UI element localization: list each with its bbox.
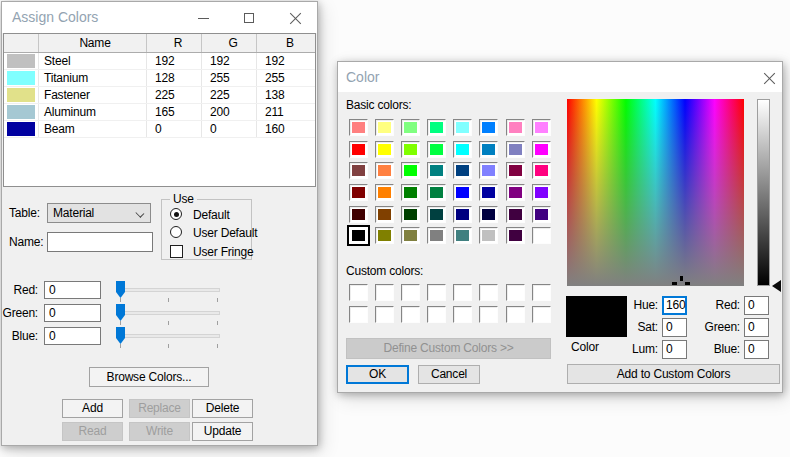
- header-swatch[interactable]: [4, 34, 39, 52]
- custom-color-swatch[interactable]: [479, 284, 498, 301]
- basic-color-swatch[interactable]: [427, 184, 446, 201]
- blue-slider-track[interactable]: [117, 334, 220, 338]
- checkbox-user-fringe-icon[interactable]: [170, 245, 183, 258]
- delete-button[interactable]: Delete: [192, 399, 253, 418]
- basic-color-swatch[interactable]: [506, 184, 525, 201]
- basic-color-swatch[interactable]: [453, 184, 472, 201]
- custom-color-swatch[interactable]: [375, 306, 394, 323]
- basic-color-swatch[interactable]: [375, 184, 394, 201]
- basic-color-swatch[interactable]: [453, 227, 472, 244]
- custom-color-swatch[interactable]: [453, 306, 472, 323]
- update-button[interactable]: Update: [192, 422, 253, 441]
- red-field-input[interactable]: 0: [744, 296, 769, 315]
- basic-color-swatch[interactable]: [479, 141, 498, 158]
- red-slider-track[interactable]: [117, 288, 220, 292]
- header-r[interactable]: R: [147, 34, 202, 52]
- red-input[interactable]: 0: [44, 281, 101, 299]
- basic-color-swatch[interactable]: [427, 141, 446, 158]
- radio-user-default-icon[interactable]: [170, 226, 182, 238]
- close-icon[interactable]: [764, 72, 776, 84]
- basic-color-swatch[interactable]: [401, 184, 420, 201]
- blue-slider-thumb[interactable]: [116, 327, 125, 344]
- custom-color-swatch[interactable]: [401, 284, 420, 301]
- basic-color-swatch[interactable]: [453, 162, 472, 179]
- cancel-button[interactable]: Cancel: [418, 365, 480, 384]
- basic-color-swatch[interactable]: [401, 119, 420, 136]
- luminance-arrow[interactable]: [772, 280, 781, 292]
- custom-color-swatch[interactable]: [349, 306, 368, 323]
- luminance-bar[interactable]: [757, 99, 770, 286]
- green-slider-track[interactable]: [117, 311, 220, 315]
- basic-color-swatch[interactable]: [349, 119, 368, 136]
- basic-color-swatch[interactable]: [532, 206, 551, 223]
- custom-color-swatch[interactable]: [453, 284, 472, 301]
- custom-color-swatch[interactable]: [532, 306, 551, 323]
- table-row[interactable]: Beam 0 0 160: [4, 121, 315, 138]
- basic-color-swatch[interactable]: [427, 206, 446, 223]
- basic-color-swatch[interactable]: [479, 162, 498, 179]
- custom-color-swatch[interactable]: [401, 306, 420, 323]
- assign-colors-titlebar[interactable]: Assign Colors: [2, 2, 317, 33]
- red-slider-thumb[interactable]: [116, 281, 125, 298]
- maximize-icon[interactable]: [244, 13, 254, 23]
- basic-color-swatch[interactable]: [532, 162, 551, 179]
- material-color-table[interactable]: Name R G B Steel 192 192 192 Titanium 12…: [3, 33, 316, 187]
- table-row[interactable]: Aluminum 165 200 211: [4, 104, 315, 121]
- blue-field-input[interactable]: 0: [744, 340, 769, 359]
- color-dialog-titlebar[interactable]: Color: [338, 62, 782, 92]
- basic-color-swatch[interactable]: [427, 162, 446, 179]
- table-row[interactable]: Titanium 128 255 255: [4, 70, 315, 87]
- table-row[interactable]: Fastener 225 225 138: [4, 87, 315, 104]
- green-field-input[interactable]: 0: [744, 318, 769, 337]
- basic-color-swatch[interactable]: [349, 141, 368, 158]
- custom-color-swatch[interactable]: [479, 306, 498, 323]
- basic-color-swatch[interactable]: [349, 206, 368, 223]
- basic-color-swatch[interactable]: [349, 162, 368, 179]
- basic-color-swatch[interactable]: [479, 206, 498, 223]
- basic-color-swatch[interactable]: [375, 162, 394, 179]
- basic-color-swatch[interactable]: [401, 141, 420, 158]
- add-to-custom-colors-button[interactable]: Add to Custom Colors: [567, 364, 780, 384]
- basic-color-swatch[interactable]: [453, 141, 472, 158]
- hue-saturation-field[interactable]: [567, 99, 744, 286]
- basic-color-swatch[interactable]: [427, 227, 446, 244]
- custom-color-swatch[interactable]: [375, 284, 394, 301]
- basic-color-swatch[interactable]: [401, 162, 420, 179]
- basic-color-swatch[interactable]: [453, 206, 472, 223]
- basic-color-swatch[interactable]: [532, 184, 551, 201]
- basic-color-swatch[interactable]: [506, 141, 525, 158]
- basic-color-swatch[interactable]: [349, 227, 368, 244]
- basic-color-swatch[interactable]: [506, 227, 525, 244]
- basic-color-swatch[interactable]: [349, 184, 368, 201]
- browse-colors-button[interactable]: Browse Colors...: [89, 367, 209, 387]
- table-combobox[interactable]: Material: [47, 203, 151, 223]
- close-icon[interactable]: [290, 12, 302, 24]
- basic-color-swatch[interactable]: [479, 184, 498, 201]
- basic-color-swatch[interactable]: [479, 119, 498, 136]
- custom-color-swatch[interactable]: [532, 284, 551, 301]
- basic-color-swatch[interactable]: [506, 162, 525, 179]
- add-button[interactable]: Add: [62, 399, 123, 418]
- basic-color-swatch[interactable]: [375, 141, 394, 158]
- basic-color-swatch[interactable]: [479, 227, 498, 244]
- header-g[interactable]: G: [202, 34, 257, 52]
- header-b[interactable]: B: [257, 34, 315, 52]
- basic-color-swatch[interactable]: [453, 119, 472, 136]
- minimize-icon[interactable]: [198, 18, 209, 19]
- basic-color-swatch[interactable]: [375, 206, 394, 223]
- custom-color-swatch[interactable]: [506, 306, 525, 323]
- custom-color-swatch[interactable]: [427, 306, 446, 323]
- basic-color-swatch[interactable]: [401, 206, 420, 223]
- green-input[interactable]: 0: [44, 304, 101, 322]
- header-name[interactable]: Name: [39, 34, 147, 52]
- radio-default-icon[interactable]: [170, 208, 182, 220]
- basic-color-swatch[interactable]: [375, 227, 394, 244]
- ok-button[interactable]: OK: [346, 365, 409, 384]
- basic-color-swatch[interactable]: [532, 141, 551, 158]
- blue-input[interactable]: 0: [44, 327, 101, 345]
- name-input[interactable]: [47, 232, 153, 252]
- custom-color-swatch[interactable]: [349, 284, 368, 301]
- basic-color-swatch[interactable]: [427, 119, 446, 136]
- custom-color-swatch[interactable]: [427, 284, 446, 301]
- basic-color-swatch[interactable]: [506, 206, 525, 223]
